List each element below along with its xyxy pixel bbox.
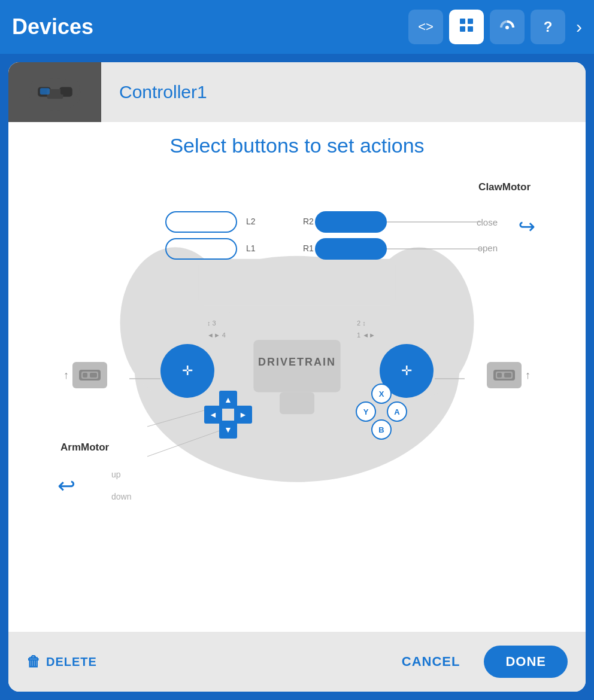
svg-point-4 xyxy=(505,26,509,29)
svg-rect-18 xyxy=(280,392,314,415)
dpad-down-icon: ▼ xyxy=(224,425,232,434)
right-motor-group: ↑ xyxy=(487,362,531,388)
help-icon: ? xyxy=(544,19,553,35)
up-label: up xyxy=(111,470,121,479)
gamepad-background xyxy=(111,187,483,504)
svg-rect-1 xyxy=(468,19,473,24)
grid-icon xyxy=(458,17,475,37)
main-card: Controller1 Select buttons to set action… xyxy=(8,62,586,692)
delete-button[interactable]: 🗑 DELETE xyxy=(26,653,97,670)
right-motor-icon[interactable] xyxy=(487,362,522,388)
num3-label: ↕ 3 xyxy=(207,318,226,330)
controller-icon-box xyxy=(8,62,101,122)
l1-label: L1 xyxy=(246,244,256,253)
trash-icon: 🗑 xyxy=(26,653,41,670)
b-button-label: B xyxy=(378,425,384,434)
arm-arrow-icon: ↩ xyxy=(57,473,75,498)
y-button-label: Y xyxy=(363,407,369,416)
svg-rect-0 xyxy=(460,19,465,24)
left-motor-up-arrow: ↑ xyxy=(63,369,69,382)
dialog-title: Select buttons to set actions xyxy=(169,134,424,157)
dpad-up-icon: ▲ xyxy=(224,395,232,404)
svg-rect-2 xyxy=(460,26,465,32)
code-icon: <> xyxy=(418,19,434,35)
svg-rect-27 xyxy=(83,373,87,378)
close-label: close xyxy=(477,217,498,227)
footer: 🗑 DELETE CANCEL DONE xyxy=(8,632,586,692)
num4-label: ◄► 4 xyxy=(207,330,226,342)
num2-label: 2 ↕ xyxy=(357,318,375,330)
claw-motor-label: ClawMotor xyxy=(478,181,531,193)
right-joystick-arrows-icon: ✛ xyxy=(401,363,412,379)
y-button[interactable]: Y xyxy=(356,401,376,422)
controller-name: Controller1 xyxy=(101,82,207,102)
page-title: Devices xyxy=(12,14,399,39)
r1-label: R1 xyxy=(303,244,314,253)
l2-label: L2 xyxy=(246,217,256,226)
dpad-left-icon: ◄ xyxy=(209,410,217,419)
l2-button[interactable] xyxy=(165,211,237,233)
svg-rect-28 xyxy=(90,373,97,378)
left-joystick[interactable]: ✛ xyxy=(160,344,214,398)
dpad-right-button[interactable]: ► xyxy=(234,406,252,424)
drivetrain-label: DRIVETRAIN xyxy=(258,356,336,369)
r2-button[interactable] xyxy=(315,211,387,233)
l1-button[interactable] xyxy=(165,238,237,260)
right-motor-up-arrow: ↑ xyxy=(525,369,531,382)
chevron-right-icon[interactable]: › xyxy=(576,17,582,37)
a-button-label: A xyxy=(394,407,399,416)
header: Devices <> xyxy=(0,0,594,54)
svg-rect-31 xyxy=(497,373,502,378)
x-button-label: X xyxy=(379,389,384,398)
right-joystick-numbers: 2 ↕ 1 ◄► xyxy=(357,318,375,342)
svg-rect-12 xyxy=(60,88,70,95)
content-area: Select buttons to set actions xyxy=(8,122,586,632)
a-button[interactable]: A xyxy=(387,401,407,422)
b-button[interactable]: B xyxy=(371,419,392,440)
num1-label: 1 ◄► xyxy=(357,330,375,342)
svg-rect-16 xyxy=(198,259,395,306)
done-button[interactable]: DONE xyxy=(484,646,568,678)
left-motor-icon[interactable] xyxy=(72,362,107,388)
dashboard-icon xyxy=(499,19,516,35)
controller-header: Controller1 xyxy=(8,62,586,122)
grid-icon-button[interactable] xyxy=(449,10,484,44)
left-joystick-arrows-icon: ✛ xyxy=(182,363,193,379)
gamepad-area: L2 R2 L1 R1 ClawMotor close open ↩ xyxy=(28,169,566,540)
down-label: down xyxy=(111,492,131,501)
svg-rect-11 xyxy=(40,88,49,95)
r1-button[interactable] xyxy=(315,238,387,260)
r2-label: R2 xyxy=(303,217,314,226)
header-icons: <> ? › xyxy=(408,10,582,44)
left-joystick-numbers: ↕ 3 ◄► 4 xyxy=(207,318,226,342)
claw-arrow-icon: ↩ xyxy=(519,214,535,238)
svg-rect-32 xyxy=(504,373,511,378)
arm-motor-label: ArmMotor xyxy=(60,442,109,454)
code-icon-button[interactable]: <> xyxy=(408,10,443,44)
x-button[interactable]: X xyxy=(371,384,392,404)
help-icon-button[interactable]: ? xyxy=(531,10,565,44)
cancel-button[interactable]: CANCEL xyxy=(390,648,472,675)
left-motor-group: ↑ xyxy=(63,362,107,388)
svg-rect-3 xyxy=(468,26,473,32)
controller-silhouette-icon xyxy=(28,71,82,113)
dashboard-icon-button[interactable] xyxy=(490,10,525,44)
dpad-left-button[interactable]: ◄ xyxy=(204,406,222,424)
open-label: open xyxy=(478,243,498,253)
dpad-right-icon: ► xyxy=(239,410,247,419)
delete-label: DELETE xyxy=(46,655,97,669)
